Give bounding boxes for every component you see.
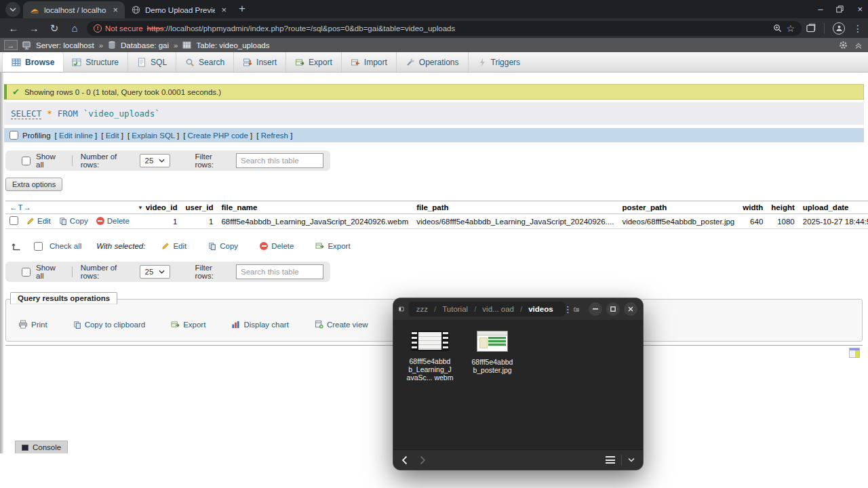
edit-inline-link[interactable]: Edit inline bbox=[59, 131, 93, 140]
row-edit-link[interactable]: Edit bbox=[26, 217, 51, 225]
fm-back-icon[interactable] bbox=[401, 455, 408, 465]
header-file-path[interactable]: file_path bbox=[416, 203, 448, 211]
profiling-checkbox[interactable] bbox=[9, 131, 18, 140]
extra-options-button[interactable]: Extra options bbox=[5, 178, 62, 191]
tab-operations[interactable]: Operations bbox=[397, 52, 469, 72]
tab-insert[interactable]: Insert bbox=[234, 52, 286, 72]
breadcrumb-item-current[interactable]: videos bbox=[528, 305, 553, 313]
breadcrumb-server-link[interactable]: Server: localhost bbox=[36, 41, 94, 49]
tab-close-icon[interactable]: × bbox=[111, 5, 119, 14]
browser-tab-demo-preview[interactable]: Demo Upload Preview × bbox=[125, 1, 233, 18]
column-options-marker[interactable]: ←T→ bbox=[9, 203, 32, 211]
copy-icon bbox=[59, 217, 67, 225]
collapse-top-icon[interactable] bbox=[854, 41, 863, 49]
row-copy-link[interactable]: Copy bbox=[59, 217, 88, 225]
browser-tabstrip: localhost / localhost / g × Demo Upload … bbox=[0, 0, 868, 18]
breadcrumb-item[interactable]: vid... oad bbox=[482, 305, 514, 313]
create-php-code-link[interactable]: Create PHP code bbox=[188, 131, 248, 140]
tab-triggers[interactable]: Triggers bbox=[469, 52, 530, 72]
num-rows-select[interactable]: 25 bbox=[140, 154, 171, 167]
window-close-icon[interactable]: × bbox=[857, 5, 863, 14]
selected-copy-link[interactable]: Copy bbox=[208, 242, 238, 250]
window-minimize-icon[interactable]: – bbox=[818, 5, 823, 14]
breadcrumb-item[interactable]: Tutorial bbox=[442, 305, 468, 313]
check-all-link[interactable]: Check all bbox=[50, 242, 81, 250]
filter-rows-input[interactable] bbox=[236, 264, 323, 279]
tab-close-icon[interactable]: × bbox=[220, 5, 228, 14]
browser-menu-kebab-icon[interactable]: ⋮ bbox=[853, 23, 863, 34]
window-restore-icon[interactable] bbox=[836, 5, 844, 13]
breadcrumb-item[interactable]: zzz bbox=[416, 305, 428, 313]
breadcrumb-database-link[interactable]: Database: gai bbox=[121, 41, 169, 49]
create-view-link[interactable]: Create view bbox=[315, 320, 368, 329]
edit-link[interactable]: Edit bbox=[106, 131, 119, 140]
row-delete-link[interactable]: Delete bbox=[96, 217, 130, 225]
profile-avatar-icon[interactable] bbox=[833, 22, 845, 35]
tab-browse[interactable]: Browse bbox=[3, 52, 63, 72]
header-video-id[interactable]: video_id bbox=[146, 203, 178, 211]
settings-gear-icon[interactable] bbox=[839, 41, 848, 49]
database-icon bbox=[108, 41, 116, 49]
home-icon[interactable]: ⌂ bbox=[66, 22, 83, 34]
nav-resize-handle[interactable] bbox=[0, 73, 3, 453]
show-all-checkbox[interactable] bbox=[22, 157, 31, 165]
fm-forward-icon[interactable] bbox=[420, 455, 426, 465]
browser-tab-phpmyadmin[interactable]: localhost / localhost / g × bbox=[23, 1, 125, 18]
url-scheme: https bbox=[147, 24, 164, 33]
address-bar[interactable]: ! Not secure https://localhost/phpmyadmi… bbox=[87, 21, 802, 36]
selected-delete-link[interactable]: Delete bbox=[260, 242, 294, 250]
explain-sql-link[interactable]: Explain SQL bbox=[132, 131, 175, 140]
file-item-image[interactable]: 68fff5e4abbd b_poster.jpg bbox=[465, 331, 519, 449]
sidebar-toggle-icon[interactable] bbox=[399, 304, 404, 314]
bracket: ] bbox=[250, 131, 252, 140]
refresh-link[interactable]: Refresh bbox=[261, 131, 288, 140]
copy-to-clipboard-link[interactable]: Copy to clipboard bbox=[73, 320, 146, 329]
header-user-id[interactable]: user_id bbox=[186, 203, 214, 211]
back-icon[interactable]: ← bbox=[5, 22, 22, 34]
header-height[interactable]: height bbox=[771, 203, 795, 211]
num-rows-select[interactable]: 25 bbox=[140, 265, 171, 279]
selected-export-link[interactable]: Export bbox=[315, 242, 350, 250]
num-rows-label: Number of rows: bbox=[81, 264, 134, 280]
show-all-checkbox[interactable] bbox=[22, 268, 31, 277]
bracket: ] bbox=[121, 131, 123, 140]
tab-import[interactable]: Import bbox=[342, 52, 397, 72]
check-all-checkbox[interactable] bbox=[34, 242, 43, 251]
header-width[interactable]: width bbox=[743, 203, 763, 211]
reload-icon[interactable]: ↻ bbox=[46, 22, 62, 35]
zoom-page-icon[interactable] bbox=[773, 24, 782, 33]
tab-group-icon[interactable] bbox=[806, 23, 816, 33]
header-file-name[interactable]: file_name bbox=[221, 203, 257, 211]
file-item-video[interactable]: 68fff5e4abbd b_Learning_J avaSc... webm bbox=[403, 331, 457, 449]
new-tab-button[interactable]: + bbox=[239, 2, 245, 16]
tab-sql[interactable]: SQL bbox=[128, 52, 176, 72]
tab-search-button[interactable] bbox=[5, 2, 20, 17]
print-link[interactable]: Print bbox=[18, 320, 47, 329]
fm-close-icon[interactable] bbox=[624, 302, 637, 316]
console-toggle-button[interactable]: Console bbox=[15, 441, 68, 453]
tab-search[interactable]: Search bbox=[176, 52, 234, 72]
bracket: [ bbox=[183, 131, 185, 140]
display-chart-link[interactable]: Display chart bbox=[231, 320, 288, 329]
path-separator: / bbox=[474, 305, 476, 313]
row-checkbox[interactable] bbox=[9, 216, 18, 225]
forward-icon[interactable]: → bbox=[26, 22, 42, 34]
tab-structure[interactable]: Structure bbox=[63, 52, 128, 72]
search-folder-icon[interactable] bbox=[574, 304, 579, 314]
list-view-icon[interactable] bbox=[606, 456, 615, 464]
fm-maximize-icon[interactable] bbox=[606, 302, 620, 316]
header-poster-path[interactable]: poster_path bbox=[622, 203, 667, 211]
toolbar-separator bbox=[824, 23, 825, 34]
bookmark-star-icon[interactable]: ☆ bbox=[786, 23, 795, 34]
fm-minimize-icon[interactable] bbox=[589, 302, 602, 316]
not-secure-badge[interactable]: ! Not secure bbox=[94, 24, 143, 33]
view-options-chevron-icon[interactable] bbox=[628, 458, 635, 462]
filter-rows-input[interactable] bbox=[236, 153, 323, 168]
tab-export[interactable]: Export bbox=[286, 52, 342, 72]
nav-panel-toggle-icon[interactable]: → bbox=[4, 40, 18, 50]
selected-edit-link[interactable]: Edit bbox=[161, 242, 186, 250]
export-link[interactable]: Export bbox=[171, 320, 205, 329]
page-settings-icon[interactable] bbox=[849, 348, 860, 358]
breadcrumb-table-link[interactable]: Table: video_uploads bbox=[196, 41, 269, 49]
header-upload-date[interactable]: upload_date bbox=[803, 203, 849, 211]
